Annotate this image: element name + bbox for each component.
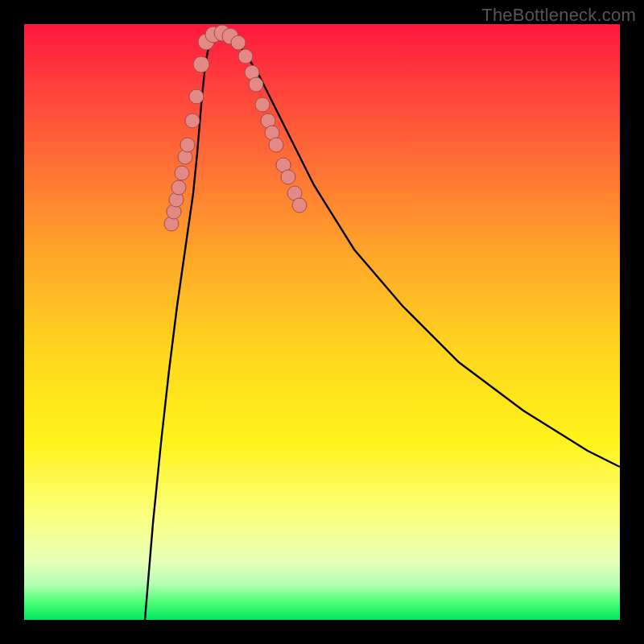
- curve-marker: [193, 56, 209, 72]
- curve-marker: [292, 198, 307, 213]
- plot-area: [24, 24, 620, 620]
- curve-marker: [175, 166, 189, 180]
- curve-marker: [180, 138, 195, 152]
- chart-svg: [24, 24, 620, 620]
- curve-marker: [249, 77, 263, 92]
- curve-marker: [269, 138, 283, 152]
- chart-frame: TheBottleneck.com: [0, 0, 644, 644]
- curve-marker: [171, 180, 186, 195]
- curve-marker: [281, 170, 295, 184]
- curve-marker: [185, 114, 200, 128]
- watermark-text: TheBottleneck.com: [481, 5, 636, 26]
- bottleneck-curve: [145, 34, 620, 620]
- curve-marker: [238, 49, 253, 64]
- curve-marker: [189, 89, 204, 104]
- curve-marker: [255, 97, 270, 112]
- curve-marker: [231, 35, 246, 50]
